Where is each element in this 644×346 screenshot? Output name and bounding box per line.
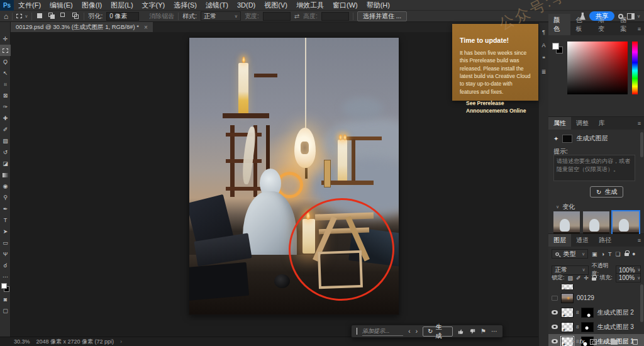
width-input[interactable] (263, 12, 291, 21)
photoshop-logo[interactable]: Ps (0, 0, 14, 11)
menu-filter[interactable]: 滤镜(T) (201, 0, 233, 11)
tab-color[interactable]: 颜色 (548, 14, 570, 35)
generate-button[interactable]: ↻ 生成 (423, 326, 453, 337)
visibility-toggle-on[interactable] (552, 325, 558, 329)
foreground-color-swatch[interactable] (1, 283, 7, 289)
filter-shape-layers-icon[interactable]: ❏ (615, 251, 620, 257)
eyedropper-tool[interactable]: ✑ (0, 101, 11, 113)
tab-gradients[interactable]: 渐变 (593, 14, 615, 35)
character-panel-icon[interactable]: A (541, 42, 545, 48)
quick-mask-button[interactable]: ◙ (0, 294, 11, 305)
layer-mask-thumbnail[interactable] (581, 322, 594, 332)
eraser-tool[interactable]: ◪ (0, 158, 11, 169)
filter-adjustment-layers-icon[interactable]: ◑ (601, 251, 604, 257)
history-brush-tool[interactable]: ↺ (0, 147, 11, 158)
frame-tool[interactable]: ⊠ (0, 90, 11, 101)
type-tool[interactable]: T (0, 215, 11, 226)
update-notification[interactable]: Time to update! It has been five weeks s… (452, 24, 538, 101)
screen-mode-button[interactable]: ▢ (0, 305, 11, 316)
menu-file[interactable]: 文件(F) (14, 0, 45, 11)
document-tab[interactable]: 00129.psd @ 30.3% (生成式图层 1, RGB/8#) * × (11, 22, 153, 32)
new-group-icon[interactable] (611, 340, 618, 345)
layer-name[interactable]: 生成式图层 3 (597, 323, 633, 332)
color-swatches[interactable] (0, 282, 11, 294)
filter-type-layers-icon[interactable]: T (608, 251, 612, 257)
generate-button[interactable]: ↻ 生成 (590, 186, 623, 198)
comments-panel-icon[interactable]: ❝ (542, 55, 545, 62)
pen-tool[interactable]: ✒ (0, 203, 11, 215)
path-selection-tool[interactable]: ➤ (0, 226, 11, 237)
link-layers-icon[interactable]: ∞ (570, 338, 574, 345)
thumbs-down-icon[interactable] (469, 328, 475, 335)
saturation-brightness-picker[interactable] (567, 42, 628, 94)
tool-preset-dropdown[interactable]: ∨ (16, 14, 28, 19)
visibility-toggle-on[interactable] (552, 310, 558, 315)
antialias-checkbox[interactable]: 消除锯齿 (149, 12, 174, 21)
tab-channels[interactable]: 通道 (571, 234, 594, 247)
notes-panel-icon[interactable]: ≣ (541, 69, 547, 75)
gradient-tool[interactable] (0, 169, 11, 181)
panel-menu-icon[interactable]: ≡ (638, 120, 641, 126)
menu-window[interactable]: 窗口(W) (328, 0, 362, 11)
lock-move-icon[interactable]: ✛ (584, 275, 589, 281)
filter-pin-icon[interactable]: ⦁ (633, 250, 636, 257)
thumbs-up-icon[interactable] (458, 328, 464, 335)
menu-type[interactable]: 文字(Y) (138, 0, 170, 11)
menu-plugins[interactable]: 增效工具 (292, 0, 328, 11)
layer-style-icon[interactable]: fx (580, 338, 585, 345)
rectangle-tool[interactable]: ▭ (0, 237, 11, 248)
layer-row[interactable]: 8 生成式图层 3 (548, 320, 644, 334)
lock-paint-icon[interactable]: ✐ (576, 275, 581, 281)
layer-mask-thumbnail[interactable] (581, 308, 594, 318)
height-input[interactable] (321, 12, 349, 21)
blur-tool[interactable]: ◉ (0, 181, 11, 192)
menu-edit[interactable]: 编辑(E) (45, 0, 77, 11)
new-selection-button[interactable] (36, 12, 44, 20)
move-tool[interactable]: ✛ (0, 33, 11, 45)
filter-pixel-layers-icon[interactable]: ▣ (592, 251, 597, 257)
scrollbar[interactable] (640, 284, 643, 322)
hue-slider[interactable] (632, 42, 638, 94)
tab-layers[interactable]: 图层 (548, 234, 571, 247)
new-layer-icon[interactable]: ⊞ (623, 338, 628, 345)
menu-select[interactable]: 选择(S) (169, 0, 201, 11)
menu-layer[interactable]: 图层(L) (106, 0, 137, 11)
tab-patterns[interactable]: 图案 (615, 14, 637, 35)
style-dropdown[interactable]: 正常∨ (201, 11, 241, 21)
foreground-color-swatch[interactable] (552, 43, 559, 50)
object-selection-tool[interactable]: ↖ (0, 67, 11, 79)
tab-swatches[interactable]: 色板 (570, 14, 592, 35)
select-and-mask-button[interactable]: 选择并遮住 ... (357, 11, 407, 21)
home-icon[interactable]: ⌂ (4, 12, 8, 21)
menu-view[interactable]: 视图(V) (260, 0, 292, 11)
layer-row[interactable]: 00129 (548, 291, 644, 305)
variations-header[interactable]: ∨ 变化 (553, 203, 575, 211)
rectangular-marquee-tool[interactable] (0, 45, 11, 56)
tab-adjustments[interactable]: 调整 (571, 117, 594, 130)
layer-row[interactable]: 8 生成式图层 2 (548, 305, 644, 320)
menu-3d[interactable]: 3D(D) (233, 0, 260, 11)
visibility-toggle-off[interactable] (552, 296, 558, 301)
document-canvas[interactable] (189, 38, 399, 315)
intersect-selection-button[interactable] (72, 12, 80, 20)
close-tab-icon[interactable]: × (144, 24, 148, 31)
menu-image[interactable]: 图像(I) (77, 0, 106, 11)
adjustment-layer-icon[interactable]: ◑ (602, 338, 606, 345)
swap-dimensions-icon[interactable]: ⇄ (294, 13, 299, 20)
subtract-selection-button[interactable] (60, 12, 68, 20)
layer-filter-dropdown[interactable]: 类型∨ (552, 249, 588, 259)
lock-transparency-icon[interactable]: ▨ (568, 275, 574, 281)
prompt-input[interactable]: 添加提示... (362, 327, 403, 336)
previous-variation-icon[interactable]: ‹ (408, 328, 410, 335)
tab-properties[interactable]: 属性 (548, 117, 571, 130)
layer-thumbnail[interactable] (561, 293, 574, 303)
prerelease-announcements-link[interactable]: See Prerelease Announcements Online (466, 100, 532, 115)
paragraph-panel-icon[interactable]: ¶ (542, 29, 545, 35)
lock-all-icon[interactable] (592, 277, 596, 281)
generative-layer-thumbnail[interactable] (561, 308, 574, 318)
add-mask-icon[interactable] (590, 339, 597, 345)
layer-row-partial[interactable] (548, 284, 644, 289)
menu-help[interactable]: 帮助(H) (362, 0, 394, 11)
flag-icon[interactable]: ⚑ (480, 328, 486, 335)
zoom-tool[interactable]: ☌ (0, 260, 11, 271)
